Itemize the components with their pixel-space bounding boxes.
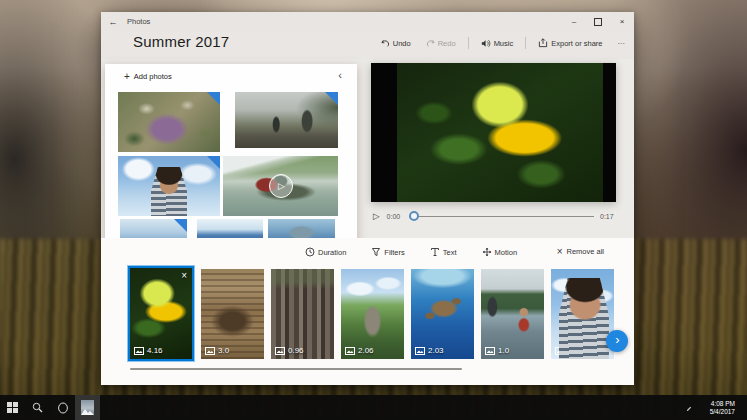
redo-label: Redo xyxy=(438,39,456,48)
picture-icon xyxy=(555,347,565,355)
seek-bar[interactable] xyxy=(409,209,594,223)
redo-button[interactable]: Redo xyxy=(423,37,459,50)
selected-corner-icon xyxy=(325,92,338,105)
clip-duration-badge: 1.0 xyxy=(485,346,509,355)
photo-boy-sky[interactable] xyxy=(118,156,220,216)
speaker-icon xyxy=(481,39,491,48)
music-button[interactable]: Music xyxy=(478,37,517,50)
undo-label: Undo xyxy=(393,39,411,48)
clock-time: 4:08 PM xyxy=(711,400,735,407)
remove-all-label: Remove all xyxy=(566,247,604,256)
selected-corner-icon xyxy=(207,92,220,105)
ink-workspace-button[interactable] xyxy=(680,402,698,414)
video-ferry[interactable]: ▷ xyxy=(223,156,338,216)
clip-duration: 2.03 xyxy=(428,346,444,355)
seek-thumb[interactable] xyxy=(409,211,419,221)
photo-family-beach[interactable] xyxy=(235,92,338,148)
desktop: ← Photos – × Summer 2017 Undo Redo xyxy=(0,0,747,420)
search-icon xyxy=(32,402,43,413)
filmstrip-scrollbar[interactable] xyxy=(130,368,462,370)
picture-icon xyxy=(485,347,495,355)
clip-duration-badge: 2.06 xyxy=(345,346,374,355)
duration-button[interactable]: Duration xyxy=(299,246,352,258)
clip-safari-cart[interactable]: 3.0 xyxy=(201,269,264,359)
clip-duration-badge: 1.06 xyxy=(555,346,584,355)
undo-button[interactable]: Undo xyxy=(378,37,414,50)
motion-button[interactable]: Motion xyxy=(476,246,524,258)
taskbar: 4:08 PM 5/4/2017 xyxy=(0,395,747,420)
remove-all-button[interactable]: × Remove all xyxy=(551,246,610,257)
export-share-button[interactable]: Export or share xyxy=(535,36,605,50)
top-toolbar: Undo Redo Music Export or share ··· xyxy=(378,36,628,50)
task-view-icon xyxy=(57,402,69,414)
selected-corner-icon xyxy=(207,156,220,169)
clip-sea-turtle[interactable]: 2.03 xyxy=(411,269,474,359)
clip-duration: 1.06 xyxy=(568,346,584,355)
filmstrip: × 4.16 3.0 0.96 xyxy=(128,266,614,361)
timeline-section: Duration Filters Text Motion × Remove al… xyxy=(101,238,634,385)
minimize-button[interactable]: – xyxy=(562,12,586,31)
window-controls: – × xyxy=(562,12,634,31)
more-icon: ··· xyxy=(618,39,626,48)
clip-stone-carvings[interactable]: 0.96 xyxy=(271,269,334,359)
clip-duration: 1.0 xyxy=(498,346,509,355)
share-icon xyxy=(538,38,548,48)
maximize-icon xyxy=(594,18,602,26)
windows-logo-icon xyxy=(7,402,18,413)
play-overlay-icon: ▷ xyxy=(269,174,293,198)
photo-starfish[interactable] xyxy=(118,92,220,152)
clip-duration: 0.96 xyxy=(288,346,304,355)
clip-duration: 4.16 xyxy=(147,346,163,355)
start-button[interactable] xyxy=(0,395,25,420)
clip-duration-badge: 2.03 xyxy=(415,346,444,355)
taskbar-photos-app[interactable] xyxy=(75,395,100,420)
clip-duration: 2.06 xyxy=(358,346,374,355)
video-frame-butterfly-flower xyxy=(397,63,603,202)
clip-temple-trees[interactable]: 2.06 xyxy=(341,269,404,359)
text-button[interactable]: Text xyxy=(424,246,463,258)
search-button[interactable] xyxy=(25,395,50,420)
close-button[interactable]: × xyxy=(610,12,634,31)
filters-button[interactable]: Filters xyxy=(365,246,410,258)
play-button[interactable]: ▷ xyxy=(372,211,381,221)
taskbar-clock[interactable]: 4:08 PM 5/4/2017 xyxy=(704,399,741,417)
clip-boy-portrait[interactable]: 1.06 xyxy=(551,269,614,359)
photos-app-icon xyxy=(81,400,94,415)
photos-app-window: ← Photos – × Summer 2017 Undo Redo xyxy=(101,12,634,385)
more-button[interactable]: ··· xyxy=(615,37,629,50)
maximize-button[interactable] xyxy=(586,12,610,31)
redo-icon xyxy=(426,39,435,48)
motion-icon xyxy=(482,247,492,257)
back-icon[interactable]: ← xyxy=(101,17,125,27)
collapse-panel-button[interactable]: ‹ xyxy=(332,68,348,82)
add-photos-button[interactable]: + Add photos xyxy=(118,71,178,82)
scroll-next-button[interactable]: › xyxy=(606,330,628,352)
toolbar-separator xyxy=(468,37,469,49)
toolbar-separator xyxy=(525,37,526,49)
mountain-icon xyxy=(81,407,94,415)
task-view-button[interactable] xyxy=(50,395,75,420)
total-time: 0:17 xyxy=(600,213,616,220)
pen-icon xyxy=(686,403,692,413)
clip-duration-badge: 4.16 xyxy=(134,346,163,355)
motion-label: Motion xyxy=(495,248,518,257)
clock: 4:08 PM 5/4/2017 xyxy=(710,400,735,416)
text-label: Text xyxy=(443,248,457,257)
clip-duration: 3.0 xyxy=(218,346,229,355)
filter-icon xyxy=(371,247,381,257)
clip-duration-badge: 3.0 xyxy=(205,346,229,355)
picture-icon xyxy=(205,347,215,355)
add-photos-label: Add photos xyxy=(134,72,172,81)
clip-duration-badge: 0.96 xyxy=(275,346,304,355)
video-preview[interactable] xyxy=(371,63,616,202)
header: Summer 2017 Undo Redo Music xyxy=(101,31,634,59)
titlebar: ← Photos – × xyxy=(101,12,634,31)
selected-corner-icon xyxy=(174,219,187,232)
clip-ferry-passengers[interactable]: 1.0 xyxy=(481,269,544,359)
music-label: Music xyxy=(494,39,514,48)
picture-icon xyxy=(134,347,144,355)
remove-clip-button[interactable]: × xyxy=(178,269,190,282)
seek-track xyxy=(409,216,594,217)
clip-butterfly[interactable]: × 4.16 xyxy=(128,266,194,361)
picture-icon xyxy=(415,347,425,355)
